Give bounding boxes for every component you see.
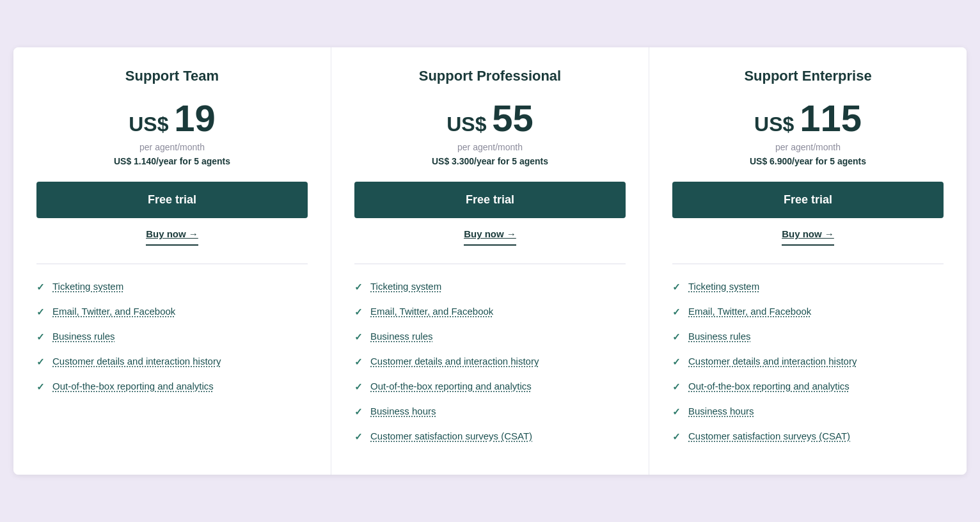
feature-label[interactable]: Customer details and interaction history [688,356,857,367]
divider [672,264,944,264]
price-amount: US$ 19 [36,100,308,137]
feature-label[interactable]: Customer details and interaction history [52,356,221,367]
checkmark-icon: ✓ [354,381,363,393]
checkmark-icon: ✓ [354,306,363,318]
list-item: ✓Business hours [354,399,626,424]
list-item: ✓Out-of-the-box reporting and analytics [354,374,626,399]
price-block: US$ 19per agent/monthUS$ 1.140/year for … [36,100,308,166]
checkmark-icon: ✓ [36,306,45,318]
feature-label[interactable]: Out-of-the-box reporting and analytics [52,381,214,391]
price-block: US$ 55per agent/monthUS$ 3.300/year for … [354,100,626,166]
list-item: ✓Ticketing system [672,274,944,299]
price-amount: US$ 55 [354,100,626,137]
feature-label[interactable]: Email, Twitter, and Facebook [52,306,175,317]
list-item: ✓Email, Twitter, and Facebook [36,299,308,324]
checkmark-icon: ✓ [672,306,681,318]
feature-label[interactable]: Business rules [688,331,751,342]
list-item: ✓Customer details and interaction histor… [672,349,944,374]
checkmark-icon: ✓ [672,356,681,368]
feature-label[interactable]: Customer satisfaction surveys (CSAT) [370,431,532,441]
feature-label[interactable]: Business rules [52,331,115,342]
price-period: per agent/month [36,142,308,152]
feature-label[interactable]: Ticketing system [370,281,441,292]
checkmark-icon: ✓ [354,281,363,293]
price-currency: US$ [447,113,492,136]
list-item: ✓Ticketing system [354,274,626,299]
pricing-container: Support TeamUS$ 19per agent/monthUS$ 1.1… [13,47,967,475]
feature-label[interactable]: Business hours [370,406,436,416]
feature-label[interactable]: Email, Twitter, and Facebook [370,306,493,317]
checkmark-icon: ✓ [354,431,363,443]
feature-label[interactable]: Email, Twitter, and Facebook [688,306,811,317]
checkmark-icon: ✓ [36,331,45,343]
list-item: ✓Ticketing system [36,274,308,299]
price-amount: US$ 115 [672,100,944,137]
pricing-card-team: Support TeamUS$ 19per agent/monthUS$ 1.1… [13,47,331,475]
features-list: ✓Ticketing system✓Email, Twitter, and Fa… [36,274,308,399]
list-item: ✓Business rules [672,324,944,349]
checkmark-icon: ✓ [36,281,45,293]
buy-now-link[interactable]: Buy now → [782,228,834,246]
price-currency: US$ [129,113,174,136]
features-list: ✓Ticketing system✓Email, Twitter, and Fa… [672,274,944,449]
list-item: ✓Business rules [36,324,308,349]
feature-label[interactable]: Ticketing system [52,281,123,292]
price-annual: US$ 1.140/year for 5 agents [36,156,308,166]
checkmark-icon: ✓ [36,356,45,368]
pricing-card-professional: Support ProfessionalUS$ 55per agent/mont… [331,47,649,475]
plan-name: Support Team [36,68,308,84]
checkmark-icon: ✓ [672,431,681,443]
feature-label[interactable]: Business hours [688,406,754,416]
checkmark-icon: ✓ [36,381,45,393]
checkmark-icon: ✓ [672,281,681,293]
checkmark-icon: ✓ [672,331,681,343]
free-trial-button[interactable]: Free trial [672,182,944,218]
list-item: ✓Customer details and interaction histor… [354,349,626,374]
list-item: ✓Business hours [672,399,944,424]
checkmark-icon: ✓ [672,406,681,418]
feature-label[interactable]: Ticketing system [688,281,759,292]
features-list: ✓Ticketing system✓Email, Twitter, and Fa… [354,274,626,449]
list-item: ✓Out-of-the-box reporting and analytics [36,374,308,399]
buy-now-link[interactable]: Buy now → [464,228,516,246]
checkmark-icon: ✓ [354,356,363,368]
price-annual: US$ 3.300/year for 5 agents [354,156,626,166]
list-item: ✓Customer satisfaction surveys (CSAT) [354,424,626,449]
free-trial-button[interactable]: Free trial [36,182,308,218]
feature-label[interactable]: Out-of-the-box reporting and analytics [370,381,532,391]
list-item: ✓Business rules [354,324,626,349]
feature-label[interactable]: Business rules [370,331,433,342]
list-item: ✓Email, Twitter, and Facebook [672,299,944,324]
price-period: per agent/month [354,142,626,152]
divider [36,264,308,264]
checkmark-icon: ✓ [354,406,363,418]
pricing-card-enterprise: Support EnterpriseUS$ 115per agent/month… [649,47,967,475]
buy-now-link[interactable]: Buy now → [146,228,198,246]
checkmark-icon: ✓ [354,331,363,343]
list-item: ✓Customer satisfaction surveys (CSAT) [672,424,944,449]
list-item: ✓Customer details and interaction histor… [36,349,308,374]
list-item: ✓Email, Twitter, and Facebook [354,299,626,324]
checkmark-icon: ✓ [672,381,681,393]
feature-label[interactable]: Customer details and interaction history [370,356,539,367]
free-trial-button[interactable]: Free trial [354,182,626,218]
plan-name: Support Enterprise [672,68,944,84]
feature-label[interactable]: Out-of-the-box reporting and analytics [688,381,850,391]
price-currency: US$ [754,113,800,136]
divider [354,264,626,264]
feature-label[interactable]: Customer satisfaction surveys (CSAT) [688,431,850,441]
list-item: ✓Out-of-the-box reporting and analytics [672,374,944,399]
price-period: per agent/month [672,142,944,152]
price-block: US$ 115per agent/monthUS$ 6.900/year for… [672,100,944,166]
plan-name: Support Professional [354,68,626,84]
price-annual: US$ 6.900/year for 5 agents [672,156,944,166]
